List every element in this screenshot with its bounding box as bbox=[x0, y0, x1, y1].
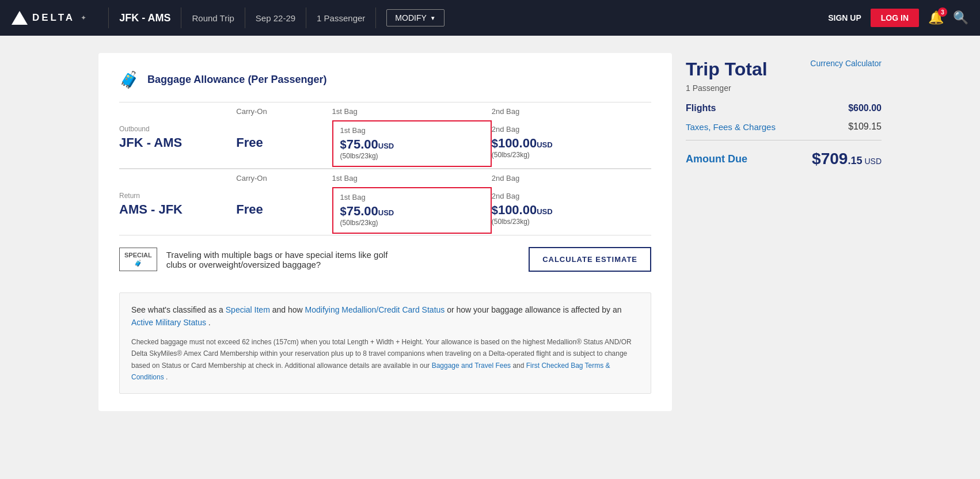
col-header-firstbag: 1st Bag bbox=[332, 102, 492, 121]
info-detail-text3: . bbox=[164, 373, 168, 381]
special-icon-line1: SPECIAL bbox=[124, 252, 152, 259]
baggage-panel: 🧳 Baggage Allowance (Per Passenger) Carr… bbox=[98, 53, 672, 411]
right-panel: Trip Total Currency Calculator 1 Passeng… bbox=[686, 53, 882, 411]
info-detail-text2: and bbox=[511, 362, 526, 370]
header-divider-2 bbox=[181, 7, 181, 28]
outbound-secondbag-price: $100.00USD bbox=[492, 136, 645, 151]
info-text-after: . bbox=[206, 318, 211, 327]
signup-link[interactable]: SIGN UP bbox=[828, 13, 861, 22]
baggage-icon: 🧳 bbox=[119, 70, 139, 89]
return-firstbag-weight: (50lbs/23kg) bbox=[340, 219, 484, 227]
return-secondbag-price: $100.00USD bbox=[492, 203, 645, 218]
return-route: AMS - JFK bbox=[119, 202, 230, 217]
outbound-carryon-label bbox=[236, 125, 326, 133]
search-button[interactable]: 🔍 bbox=[953, 10, 968, 25]
return-label-header bbox=[119, 169, 236, 188]
header-divider-3 bbox=[245, 7, 245, 28]
outbound-firstbag-price: $75.00USD bbox=[340, 137, 484, 152]
outbound-firstbag-weight: (50lbs/23kg) bbox=[340, 152, 484, 160]
amount-due-currency: USD bbox=[864, 157, 882, 166]
info-box: See what's classified as a Special Item … bbox=[119, 292, 651, 394]
return-secondbag-currency: USD bbox=[537, 207, 552, 216]
return-firstbag-amount: 75.00 bbox=[347, 204, 378, 218]
outbound-secondbag-label: 2nd Bag bbox=[492, 125, 645, 134]
estimate-left: SPECIAL 🧳 Traveling with multiple bags o… bbox=[119, 248, 408, 271]
header-dates: Sep 22-29 bbox=[256, 13, 295, 23]
header-divider-4 bbox=[306, 7, 306, 28]
return-secondbag-header: 2nd Bag bbox=[492, 169, 651, 188]
search-icon: 🔍 bbox=[953, 10, 968, 25]
medallion-status-link[interactable]: Modifying Medallion/Credit Card Status bbox=[305, 305, 445, 314]
info-text-middle2: or how your baggage allowance is affecte… bbox=[445, 305, 621, 314]
return-carryon-header: Carry-On bbox=[236, 169, 332, 188]
taxes-label: Taxes, Fees & Charges bbox=[686, 122, 776, 132]
return-firstbag-header: 1st Bag bbox=[332, 169, 492, 188]
flights-price-row: Flights $600.00 bbox=[686, 103, 882, 113]
outbound-row: Outbound JFK - AMS Free 1st Bag $75.00US… bbox=[119, 120, 651, 169]
amount-due-row: Amount Due $709.15USD bbox=[686, 150, 882, 168]
taxes-value: $109.15 bbox=[848, 121, 882, 132]
return-secondbag-dollar: $ bbox=[492, 204, 498, 216]
amount-due-value: $709.15USD bbox=[812, 150, 882, 168]
header-trip-type: Round Trip bbox=[192, 13, 234, 23]
estimate-section: SPECIAL 🧳 Traveling with multiple bags o… bbox=[119, 235, 651, 283]
info-text-before: See what's classified as a bbox=[131, 305, 226, 314]
outbound-carryon-value: Free bbox=[236, 135, 326, 150]
header-divider-5 bbox=[375, 7, 376, 28]
calculate-estimate-button[interactable]: CALCULATE ESTIMATE bbox=[529, 247, 651, 272]
return-label: Return bbox=[119, 192, 230, 200]
special-item-link[interactable]: Special Item bbox=[226, 305, 270, 314]
col-header-carryon: Carry-On bbox=[236, 102, 332, 121]
currency-calculator-link[interactable]: Currency Calculator bbox=[810, 59, 882, 68]
military-status-link[interactable]: Active Military Status bbox=[131, 318, 206, 327]
header-route: JFK - AMS bbox=[119, 12, 170, 24]
outbound-firstbag-cell: 1st Bag $75.00USD (50lbs/23kg) bbox=[332, 120, 492, 167]
outbound-secondbag-weight: (50lbs/23kg) bbox=[492, 151, 645, 159]
main-header: DELTA ✦ JFK - AMS Round Trip Sep 22-29 1… bbox=[0, 0, 980, 36]
trip-total-title: Trip Total bbox=[686, 59, 768, 80]
main-container: 🧳 Baggage Allowance (Per Passenger) Carr… bbox=[87, 53, 893, 411]
outbound-firstbag-dollar: $ bbox=[340, 138, 347, 151]
info-box-detail: Checked baggage must not exceed 62 inche… bbox=[131, 336, 639, 383]
login-button[interactable]: LOG IN bbox=[871, 9, 919, 27]
return-firstbag-price: $75.00USD bbox=[340, 204, 484, 219]
modify-button[interactable]: MODIFY ▼ bbox=[386, 9, 444, 26]
return-row: Return AMS - JFK Free 1st Bag $75.00USD bbox=[119, 187, 651, 235]
flights-label: Flights bbox=[686, 103, 716, 113]
header-right-section: SIGN UP LOG IN 🔔 3 🔍 bbox=[828, 9, 968, 27]
delta-subtitle-icon: ✦ bbox=[81, 14, 86, 22]
amount-due-cents: .15 bbox=[848, 155, 862, 167]
info-text-middle1: and how bbox=[270, 305, 305, 314]
return-header-row: Carry-On 1st Bag 2nd Bag bbox=[119, 169, 651, 188]
outbound-firstbag-currency: USD bbox=[378, 142, 394, 150]
chevron-down-icon: ▼ bbox=[430, 15, 436, 21]
return-firstbag-label: 1st Bag bbox=[340, 193, 484, 202]
amount-due-dollars: $709 bbox=[812, 150, 848, 168]
col-header-route bbox=[119, 102, 236, 121]
taxes-price-row: Taxes, Fees & Charges $109.15 bbox=[686, 121, 882, 132]
amount-due-label: Amount Due bbox=[686, 153, 747, 165]
header-passengers: 1 Passenger bbox=[317, 13, 365, 23]
col-header-secondbag: 2nd Bag bbox=[492, 102, 651, 121]
passenger-count: 1 Passenger bbox=[686, 83, 882, 93]
baggage-title: Baggage Allowance (Per Passenger) bbox=[147, 74, 326, 86]
delta-logo-text: DELTA bbox=[32, 12, 75, 24]
trip-total-header: Trip Total Currency Calculator bbox=[686, 59, 882, 80]
special-bag-icon: SPECIAL 🧳 bbox=[119, 248, 157, 271]
baggage-header: 🧳 Baggage Allowance (Per Passenger) bbox=[119, 70, 651, 89]
outbound-secondbag-currency: USD bbox=[537, 140, 552, 149]
modify-button-label: MODIFY bbox=[395, 13, 426, 22]
outbound-firstbag-amount: 75.00 bbox=[347, 137, 378, 151]
return-secondbag-weight: (50lbs/23kg) bbox=[492, 218, 645, 226]
baggage-fees-link[interactable]: Baggage and Travel Fees bbox=[432, 362, 511, 370]
notification-bell[interactable]: 🔔 3 bbox=[928, 10, 944, 25]
outbound-label: Outbound bbox=[119, 125, 230, 133]
return-firstbag-currency: USD bbox=[378, 208, 394, 217]
return-firstbag-cell: 1st Bag $75.00USD (50lbs/23kg) bbox=[332, 187, 492, 234]
return-carryon-value: Free bbox=[236, 202, 326, 217]
delta-logo[interactable]: DELTA ✦ bbox=[12, 11, 86, 25]
special-icon-line2: 🧳 bbox=[124, 260, 152, 267]
info-box-main: See what's classified as a Special Item … bbox=[131, 303, 639, 329]
flights-value: $600.00 bbox=[848, 103, 882, 113]
return-secondbag-label: 2nd Bag bbox=[492, 192, 645, 200]
